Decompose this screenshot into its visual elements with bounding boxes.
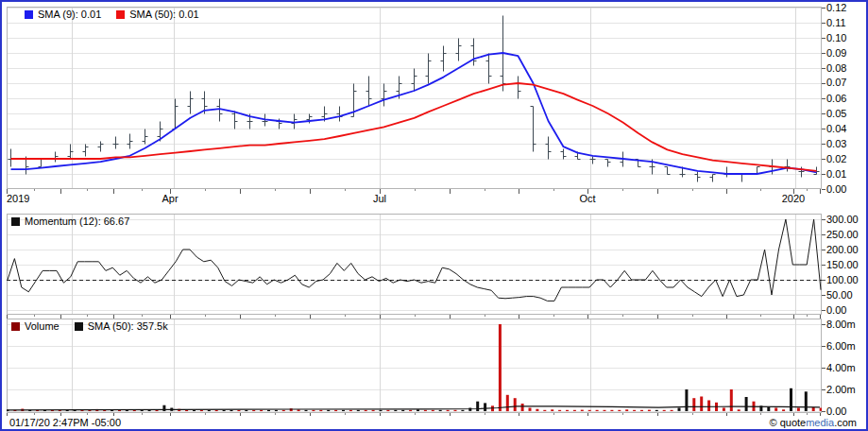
ohlc-bar (98, 142, 104, 152)
ohlc-bar (382, 84, 387, 107)
volume-bar (476, 402, 479, 411)
volume-bar (738, 409, 740, 411)
volume-bar (282, 410, 285, 411)
legend-item-volume-sma: SMA (50): 357.5k (75, 320, 168, 332)
sma-50--line (11, 83, 817, 171)
volume-ytick-label: 8.00m (826, 319, 868, 331)
x-axis-label-2019: 2019 (7, 193, 29, 205)
volume-bar (237, 410, 240, 411)
volume-bar (604, 410, 606, 411)
volume-bar (409, 410, 412, 411)
ohlc-bar (785, 160, 791, 172)
legend-item-sma50: SMA (50): 0.01 (116, 9, 198, 20)
volume-bar (655, 410, 658, 411)
ohlc-bar (83, 145, 89, 157)
volume-bar (820, 408, 822, 411)
volume-bar (588, 410, 591, 411)
x-axis-label-jul: Jul (351, 193, 408, 205)
momentum-ytick-label: 250.00 (826, 229, 868, 241)
volume-bar (521, 404, 524, 411)
volume-bar (193, 410, 196, 411)
volume-sma-swatch-icon (75, 322, 83, 331)
volume-bar (543, 410, 546, 411)
legend-item-momentum: Momentum (12): 66.67 (11, 216, 129, 227)
volume-bar (663, 410, 666, 411)
momentum-swatch-icon (11, 217, 20, 226)
price-ytick-label: 0.09 (826, 47, 868, 60)
sma50-legend-label: SMA (50): 0.01 (129, 9, 198, 20)
volume-bar (499, 324, 502, 411)
volume-bar (633, 410, 636, 411)
volume-ytick-label: 4.00m (826, 362, 868, 374)
x-axis-label-2020: 2020 (765, 193, 822, 205)
ohlc-bar (471, 39, 477, 66)
volume-bar (454, 410, 457, 411)
volume-bar (700, 397, 703, 412)
ohlc-bar (695, 172, 701, 182)
volume-bar (208, 410, 211, 411)
volume-bar (707, 401, 710, 412)
volume-bar (394, 410, 397, 411)
volume-bar (529, 408, 532, 411)
brand-mid: media (806, 417, 834, 428)
volume-bar (439, 410, 442, 411)
price-ytick-label: 0.12 (826, 2, 868, 14)
price-ytick-label: 0.11 (826, 17, 868, 29)
momentum-ytick-label: 50.00 (826, 289, 868, 302)
ohlc-bar (39, 160, 44, 167)
volume-bar (536, 409, 538, 411)
volume-bar (573, 410, 576, 411)
sma9-legend-label: SMA (9): 0.01 (38, 9, 101, 20)
price-ytick-label: 0.06 (826, 93, 868, 105)
volume-bar (260, 410, 263, 411)
ohlc-bar (456, 39, 462, 61)
momentum-ytick-label: 0.00 (826, 304, 868, 317)
ohlc-bar (441, 46, 447, 72)
volume-bar (797, 408, 800, 411)
sma9-swatch-icon (25, 10, 33, 19)
volume-bar (790, 388, 792, 411)
volume-bar (551, 409, 553, 411)
volume-bar (424, 410, 427, 411)
ohlc-bar (188, 92, 194, 114)
volume-bar (730, 389, 733, 411)
volume-bar (506, 395, 509, 411)
legend-item-sma9: SMA (9): 0.01 (25, 9, 101, 20)
ohlc-bar (561, 149, 567, 160)
volume-sma-line (7, 406, 820, 410)
timestamp: 01/17/20 2:47PM -05:00 (9, 417, 121, 428)
ohlc-bar (710, 175, 716, 182)
ohlc-bar (665, 167, 671, 175)
volume-bar (380, 410, 383, 411)
volume-bar (401, 410, 404, 411)
volume-bar (581, 410, 584, 411)
volume-bar (514, 398, 517, 411)
volume-bar (685, 389, 688, 411)
brand-suffix: .com (834, 417, 857, 428)
volume-panel-canvas (7, 319, 822, 413)
volume-bar (200, 410, 203, 411)
momentum-legend-label: Momentum (12): 66.67 (25, 216, 129, 227)
volume-swatch-icon (11, 322, 20, 331)
ohlc-bar (724, 167, 730, 178)
volume-bar (156, 410, 159, 411)
brand-link[interactable]: © quotemedia.com (769, 417, 857, 428)
volume-bar (334, 410, 337, 411)
volume-bar (774, 408, 777, 411)
volume-bar (327, 410, 330, 411)
volume-bar (215, 410, 218, 411)
volume-bar (267, 410, 270, 411)
volume-bar (432, 410, 434, 411)
price-ytick-label: 0.05 (826, 108, 868, 120)
ohlc-bar (9, 149, 14, 167)
volume-bar (319, 410, 322, 411)
price-legend: SMA (9): 0.01 SMA (50): 0.01 (25, 9, 199, 20)
volume-bar (745, 397, 748, 411)
ohlc-bar (113, 137, 119, 149)
price-ytick-label: 0.10 (826, 32, 868, 44)
ohlc-bar (516, 77, 521, 99)
ohlc-bar (53, 152, 59, 163)
x-axis-label-apr: Apr (142, 193, 198, 205)
price-ytick-label: 0.01 (826, 168, 868, 181)
volume-bar (312, 410, 315, 411)
